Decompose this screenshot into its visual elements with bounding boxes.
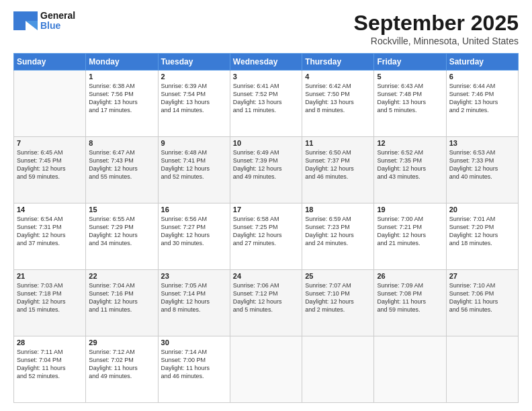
calendar-cell: 25Sunrise: 7:07 AM Sunset: 7:10 PM Dayli… bbox=[302, 270, 374, 336]
day-info: Sunrise: 6:50 AM Sunset: 7:37 PM Dayligh… bbox=[305, 148, 371, 181]
day-info: Sunrise: 6:42 AM Sunset: 7:50 PM Dayligh… bbox=[305, 82, 371, 115]
title-block: September 2025 Rockville, Minnesota, Uni… bbox=[354, 11, 519, 46]
calendar-cell: 26Sunrise: 7:09 AM Sunset: 7:08 PM Dayli… bbox=[374, 270, 446, 336]
calendar-cell: 24Sunrise: 7:06 AM Sunset: 7:12 PM Dayli… bbox=[230, 270, 302, 336]
day-info: Sunrise: 7:11 AM Sunset: 7:04 PM Dayligh… bbox=[17, 348, 83, 381]
day-number: 29 bbox=[89, 338, 154, 347]
day-number: 26 bbox=[377, 272, 443, 280]
logo-line1: General bbox=[40, 11, 75, 21]
calendar-cell bbox=[230, 336, 302, 403]
weekday-header: Saturday bbox=[446, 54, 518, 71]
location: Rockville, Minnesota, United States bbox=[354, 36, 519, 46]
day-number: 8 bbox=[89, 139, 154, 147]
day-info: Sunrise: 7:05 AM Sunset: 7:14 PM Dayligh… bbox=[161, 281, 227, 314]
day-number: 17 bbox=[233, 205, 299, 214]
svg-rect-0 bbox=[13, 11, 26, 30]
day-info: Sunrise: 7:01 AM Sunset: 7:20 PM Dayligh… bbox=[449, 215, 515, 248]
calendar-table: SundayMondayTuesdayWednesdayThursdayFrid… bbox=[13, 53, 519, 403]
svg-rect-1 bbox=[26, 11, 38, 21]
calendar-cell: 23Sunrise: 7:05 AM Sunset: 7:14 PM Dayli… bbox=[158, 270, 230, 336]
logo-icon bbox=[13, 11, 38, 30]
day-info: Sunrise: 6:38 AM Sunset: 7:56 PM Dayligh… bbox=[89, 82, 154, 115]
day-info: Sunrise: 6:59 AM Sunset: 7:23 PM Dayligh… bbox=[305, 215, 371, 248]
day-info: Sunrise: 6:49 AM Sunset: 7:39 PM Dayligh… bbox=[233, 148, 299, 181]
page: General Blue September 2025 Rockville, M… bbox=[0, 0, 532, 411]
calendar-cell: 14Sunrise: 6:54 AM Sunset: 7:31 PM Dayli… bbox=[14, 203, 86, 270]
day-info: Sunrise: 6:55 AM Sunset: 7:29 PM Dayligh… bbox=[89, 215, 154, 248]
day-info: Sunrise: 7:06 AM Sunset: 7:12 PM Dayligh… bbox=[233, 281, 299, 314]
calendar-cell: 15Sunrise: 6:55 AM Sunset: 7:29 PM Dayli… bbox=[86, 203, 158, 270]
day-number: 14 bbox=[17, 205, 83, 214]
svg-marker-3 bbox=[26, 21, 38, 30]
day-number: 2 bbox=[161, 73, 227, 81]
day-info: Sunrise: 7:00 AM Sunset: 7:21 PM Dayligh… bbox=[377, 215, 443, 248]
day-info: Sunrise: 6:54 AM Sunset: 7:31 PM Dayligh… bbox=[17, 215, 83, 248]
day-number: 4 bbox=[305, 73, 371, 81]
weekday-header: Tuesday bbox=[158, 54, 230, 71]
calendar-cell bbox=[446, 336, 518, 403]
calendar-cell: 29Sunrise: 7:12 AM Sunset: 7:02 PM Dayli… bbox=[86, 336, 158, 403]
calendar-cell: 16Sunrise: 6:56 AM Sunset: 7:27 PM Dayli… bbox=[158, 203, 230, 270]
calendar-cell: 19Sunrise: 7:00 AM Sunset: 7:21 PM Dayli… bbox=[374, 203, 446, 270]
header: General Blue September 2025 Rockville, M… bbox=[13, 11, 519, 46]
day-info: Sunrise: 6:43 AM Sunset: 7:48 PM Dayligh… bbox=[377, 82, 443, 115]
calendar-cell: 20Sunrise: 7:01 AM Sunset: 7:20 PM Dayli… bbox=[446, 203, 518, 270]
calendar-week-row: 28Sunrise: 7:11 AM Sunset: 7:04 PM Dayli… bbox=[14, 336, 519, 403]
day-number: 5 bbox=[377, 73, 443, 81]
calendar-cell: 18Sunrise: 6:59 AM Sunset: 7:23 PM Dayli… bbox=[302, 203, 374, 270]
calendar-week-row: 7Sunrise: 6:45 AM Sunset: 7:45 PM Daylig… bbox=[14, 137, 519, 203]
weekday-header-row: SundayMondayTuesdayWednesdayThursdayFrid… bbox=[14, 54, 519, 71]
day-number: 23 bbox=[161, 272, 227, 280]
day-number: 6 bbox=[449, 73, 515, 81]
day-info: Sunrise: 7:03 AM Sunset: 7:18 PM Dayligh… bbox=[17, 281, 83, 314]
day-number: 3 bbox=[233, 73, 299, 81]
logo: General Blue bbox=[13, 11, 75, 32]
day-info: Sunrise: 7:04 AM Sunset: 7:16 PM Dayligh… bbox=[89, 281, 154, 314]
day-number: 28 bbox=[17, 338, 83, 347]
day-number: 15 bbox=[89, 205, 154, 214]
day-number: 24 bbox=[233, 272, 299, 280]
day-number: 16 bbox=[161, 205, 227, 214]
calendar-cell: 17Sunrise: 6:58 AM Sunset: 7:25 PM Dayli… bbox=[230, 203, 302, 270]
weekday-header: Thursday bbox=[302, 54, 374, 71]
day-number: 21 bbox=[17, 272, 83, 280]
day-number: 20 bbox=[449, 205, 515, 214]
weekday-header: Monday bbox=[86, 54, 158, 71]
calendar-cell: 27Sunrise: 7:10 AM Sunset: 7:06 PM Dayli… bbox=[446, 270, 518, 336]
calendar-cell: 22Sunrise: 7:04 AM Sunset: 7:16 PM Dayli… bbox=[86, 270, 158, 336]
calendar-week-row: 14Sunrise: 6:54 AM Sunset: 7:31 PM Dayli… bbox=[14, 203, 519, 270]
day-info: Sunrise: 6:41 AM Sunset: 7:52 PM Dayligh… bbox=[233, 82, 299, 115]
day-number: 12 bbox=[377, 139, 443, 147]
logo-text: General Blue bbox=[40, 11, 75, 32]
calendar-cell: 4Sunrise: 6:42 AM Sunset: 7:50 PM Daylig… bbox=[302, 71, 374, 137]
day-info: Sunrise: 6:45 AM Sunset: 7:45 PM Dayligh… bbox=[17, 148, 83, 181]
weekday-header: Sunday bbox=[14, 54, 86, 71]
day-info: Sunrise: 6:48 AM Sunset: 7:41 PM Dayligh… bbox=[161, 148, 227, 181]
calendar-cell: 1Sunrise: 6:38 AM Sunset: 7:56 PM Daylig… bbox=[86, 71, 158, 137]
calendar-cell: 10Sunrise: 6:49 AM Sunset: 7:39 PM Dayli… bbox=[230, 137, 302, 203]
weekday-header: Friday bbox=[374, 54, 446, 71]
calendar-cell: 7Sunrise: 6:45 AM Sunset: 7:45 PM Daylig… bbox=[14, 137, 86, 203]
calendar-cell: 5Sunrise: 6:43 AM Sunset: 7:48 PM Daylig… bbox=[374, 71, 446, 137]
calendar-cell: 12Sunrise: 6:52 AM Sunset: 7:35 PM Dayli… bbox=[374, 137, 446, 203]
calendar-cell: 9Sunrise: 6:48 AM Sunset: 7:41 PM Daylig… bbox=[158, 137, 230, 203]
day-number: 27 bbox=[449, 272, 515, 280]
day-info: Sunrise: 6:53 AM Sunset: 7:33 PM Dayligh… bbox=[449, 148, 515, 181]
calendar-cell: 8Sunrise: 6:47 AM Sunset: 7:43 PM Daylig… bbox=[86, 137, 158, 203]
day-number: 1 bbox=[89, 73, 154, 81]
calendar-cell: 3Sunrise: 6:41 AM Sunset: 7:52 PM Daylig… bbox=[230, 71, 302, 137]
day-info: Sunrise: 7:10 AM Sunset: 7:06 PM Dayligh… bbox=[449, 281, 515, 314]
calendar-cell: 30Sunrise: 7:14 AM Sunset: 7:00 PM Dayli… bbox=[158, 336, 230, 403]
calendar-week-row: 21Sunrise: 7:03 AM Sunset: 7:18 PM Dayli… bbox=[14, 270, 519, 336]
calendar-cell bbox=[302, 336, 374, 403]
day-info: Sunrise: 7:12 AM Sunset: 7:02 PM Dayligh… bbox=[89, 348, 154, 381]
day-info: Sunrise: 6:44 AM Sunset: 7:46 PM Dayligh… bbox=[449, 82, 515, 115]
calendar-cell: 28Sunrise: 7:11 AM Sunset: 7:04 PM Dayli… bbox=[14, 336, 86, 403]
calendar-cell: 21Sunrise: 7:03 AM Sunset: 7:18 PM Dayli… bbox=[14, 270, 86, 336]
day-info: Sunrise: 6:58 AM Sunset: 7:25 PM Dayligh… bbox=[233, 215, 299, 248]
logo-line2: Blue bbox=[40, 21, 75, 31]
day-number: 22 bbox=[89, 272, 154, 280]
day-info: Sunrise: 6:47 AM Sunset: 7:43 PM Dayligh… bbox=[89, 148, 154, 181]
calendar-cell bbox=[374, 336, 446, 403]
day-info: Sunrise: 7:09 AM Sunset: 7:08 PM Dayligh… bbox=[377, 281, 443, 314]
